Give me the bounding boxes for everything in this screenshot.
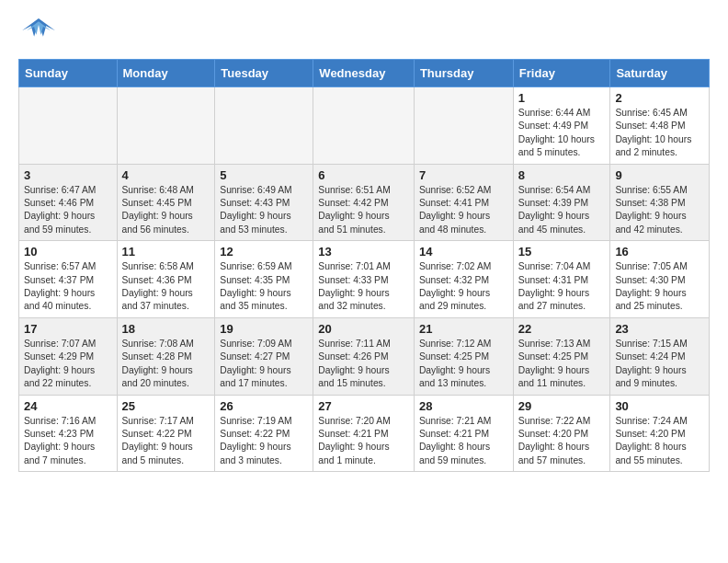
calendar-day-cell: 22Sunrise: 7:13 AM Sunset: 4:25 PM Dayli… [513, 317, 610, 395]
day-info: Sunrise: 6:45 AM Sunset: 4:48 PM Dayligh… [615, 107, 704, 160]
day-number: 19 [220, 322, 308, 336]
day-number: 16 [615, 245, 704, 259]
calendar-day-cell: 27Sunrise: 7:20 AM Sunset: 4:21 PM Dayli… [313, 395, 415, 472]
calendar-day-cell: 8Sunrise: 6:54 AM Sunset: 4:39 PM Daylig… [513, 164, 610, 241]
calendar-day-cell: 4Sunrise: 6:48 AM Sunset: 4:45 PM Daylig… [117, 164, 215, 241]
day-info: Sunrise: 6:57 AM Sunset: 4:37 PM Dayligh… [24, 260, 112, 314]
calendar-day-cell [19, 87, 118, 165]
day-info: Sunrise: 6:54 AM Sunset: 4:39 PM Dayligh… [518, 184, 606, 237]
calendar-day-cell: 25Sunrise: 7:17 AM Sunset: 4:22 PM Dayli… [117, 395, 215, 472]
col-saturday: Saturday [610, 60, 710, 87]
day-info: Sunrise: 6:44 AM Sunset: 4:49 PM Dayligh… [518, 107, 606, 160]
day-info: Sunrise: 7:19 AM Sunset: 4:22 PM Dayligh… [220, 415, 308, 468]
svg-marker-1 [27, 21, 51, 35]
day-number: 6 [318, 168, 409, 182]
calendar-day-cell: 14Sunrise: 7:02 AM Sunset: 4:32 PM Dayli… [414, 241, 513, 318]
calendar-day-cell: 16Sunrise: 7:05 AM Sunset: 4:30 PM Dayli… [610, 241, 710, 318]
calendar-week-row: 17Sunrise: 7:07 AM Sunset: 4:29 PM Dayli… [19, 317, 710, 395]
day-number: 18 [122, 322, 210, 336]
day-number: 1 [518, 91, 606, 105]
day-info: Sunrise: 6:55 AM Sunset: 4:38 PM Dayligh… [615, 184, 704, 237]
calendar-day-cell [313, 87, 415, 165]
calendar-container: Sunday Monday Tuesday Wednesday Thursday… [0, 59, 728, 481]
day-info: Sunrise: 7:08 AM Sunset: 4:28 PM Dayligh… [122, 338, 210, 391]
day-number: 5 [220, 168, 308, 182]
calendar-day-cell [117, 87, 215, 165]
calendar-day-cell: 28Sunrise: 7:21 AM Sunset: 4:21 PM Dayli… [414, 395, 513, 472]
day-number: 29 [518, 399, 606, 413]
day-number: 14 [419, 245, 508, 259]
day-number: 17 [24, 322, 112, 336]
day-info: Sunrise: 7:22 AM Sunset: 4:20 PM Dayligh… [518, 415, 606, 468]
calendar-day-cell: 18Sunrise: 7:08 AM Sunset: 4:28 PM Dayli… [117, 317, 215, 395]
day-number: 20 [318, 322, 409, 336]
day-number: 28 [419, 399, 508, 413]
day-number: 2 [615, 91, 704, 105]
calendar-header-row: Sunday Monday Tuesday Wednesday Thursday… [19, 60, 710, 87]
day-info: Sunrise: 6:58 AM Sunset: 4:36 PM Dayligh… [122, 260, 210, 314]
calendar-day-cell: 19Sunrise: 7:09 AM Sunset: 4:27 PM Dayli… [215, 317, 313, 395]
calendar-day-cell: 10Sunrise: 6:57 AM Sunset: 4:37 PM Dayli… [19, 241, 118, 318]
calendar-day-cell: 11Sunrise: 6:58 AM Sunset: 4:36 PM Dayli… [117, 241, 215, 318]
calendar-day-cell: 7Sunrise: 6:52 AM Sunset: 4:41 PM Daylig… [414, 164, 513, 241]
day-number: 15 [518, 245, 606, 259]
calendar-day-cell: 2Sunrise: 6:45 AM Sunset: 4:48 PM Daylig… [610, 87, 710, 165]
day-number: 8 [518, 168, 606, 182]
calendar-table: Sunday Monday Tuesday Wednesday Thursday… [18, 59, 710, 472]
day-number: 24 [24, 399, 112, 413]
day-info: Sunrise: 7:12 AM Sunset: 4:25 PM Dayligh… [419, 338, 508, 391]
day-number: 10 [24, 245, 112, 259]
day-info: Sunrise: 6:51 AM Sunset: 4:42 PM Dayligh… [318, 184, 409, 237]
page-header [0, 0, 728, 59]
calendar-week-row: 1Sunrise: 6:44 AM Sunset: 4:49 PM Daylig… [19, 87, 710, 165]
col-friday: Friday [513, 60, 610, 87]
day-number: 22 [518, 322, 606, 336]
day-info: Sunrise: 7:15 AM Sunset: 4:24 PM Dayligh… [615, 338, 704, 391]
calendar-day-cell: 6Sunrise: 6:51 AM Sunset: 4:42 PM Daylig… [313, 164, 415, 241]
calendar-day-cell: 13Sunrise: 7:01 AM Sunset: 4:33 PM Dayli… [313, 241, 415, 318]
calendar-day-cell: 21Sunrise: 7:12 AM Sunset: 4:25 PM Dayli… [414, 317, 513, 395]
day-info: Sunrise: 6:47 AM Sunset: 4:46 PM Dayligh… [24, 184, 112, 237]
calendar-day-cell: 15Sunrise: 7:04 AM Sunset: 4:31 PM Dayli… [513, 241, 610, 318]
calendar-day-cell: 30Sunrise: 7:24 AM Sunset: 4:20 PM Dayli… [610, 395, 710, 472]
day-info: Sunrise: 7:02 AM Sunset: 4:32 PM Dayligh… [419, 260, 508, 314]
calendar-day-cell [414, 87, 513, 165]
day-number: 27 [318, 399, 409, 413]
calendar-week-row: 24Sunrise: 7:16 AM Sunset: 4:23 PM Dayli… [19, 395, 710, 472]
day-number: 26 [220, 399, 308, 413]
day-info: Sunrise: 7:04 AM Sunset: 4:31 PM Dayligh… [518, 260, 606, 314]
calendar-day-cell: 23Sunrise: 7:15 AM Sunset: 4:24 PM Dayli… [610, 317, 710, 395]
day-number: 13 [318, 245, 409, 259]
calendar-day-cell: 12Sunrise: 6:59 AM Sunset: 4:35 PM Dayli… [215, 241, 313, 318]
calendar-week-row: 10Sunrise: 6:57 AM Sunset: 4:37 PM Dayli… [19, 241, 710, 318]
day-number: 4 [122, 168, 210, 182]
day-info: Sunrise: 7:16 AM Sunset: 4:23 PM Dayligh… [24, 415, 112, 468]
day-number: 23 [615, 322, 704, 336]
calendar-day-cell: 29Sunrise: 7:22 AM Sunset: 4:20 PM Dayli… [513, 395, 610, 472]
day-info: Sunrise: 6:49 AM Sunset: 4:43 PM Dayligh… [220, 184, 308, 237]
day-info: Sunrise: 7:09 AM Sunset: 4:27 PM Dayligh… [220, 338, 308, 391]
day-number: 7 [419, 168, 508, 182]
day-number: 3 [24, 168, 112, 182]
calendar-day-cell: 9Sunrise: 6:55 AM Sunset: 4:38 PM Daylig… [610, 164, 710, 241]
day-number: 30 [615, 399, 704, 413]
day-info: Sunrise: 7:17 AM Sunset: 4:22 PM Dayligh… [122, 415, 210, 468]
logo [18, 17, 59, 50]
day-info: Sunrise: 7:11 AM Sunset: 4:26 PM Dayligh… [318, 338, 409, 391]
col-tuesday: Tuesday [215, 60, 313, 87]
day-number: 21 [419, 322, 508, 336]
col-thursday: Thursday [414, 60, 513, 87]
day-number: 11 [122, 245, 210, 259]
col-wednesday: Wednesday [313, 60, 415, 87]
calendar-day-cell: 24Sunrise: 7:16 AM Sunset: 4:23 PM Dayli… [19, 395, 118, 472]
calendar-day-cell [215, 87, 313, 165]
day-info: Sunrise: 6:52 AM Sunset: 4:41 PM Dayligh… [419, 184, 508, 237]
day-info: Sunrise: 7:05 AM Sunset: 4:30 PM Dayligh… [615, 260, 704, 314]
col-monday: Monday [117, 60, 215, 87]
day-number: 25 [122, 399, 210, 413]
day-info: Sunrise: 7:13 AM Sunset: 4:25 PM Dayligh… [518, 338, 606, 391]
day-info: Sunrise: 7:07 AM Sunset: 4:29 PM Dayligh… [24, 338, 112, 391]
logo-bird-icon [22, 17, 55, 46]
day-number: 9 [615, 168, 704, 182]
day-info: Sunrise: 7:24 AM Sunset: 4:20 PM Dayligh… [615, 415, 704, 468]
